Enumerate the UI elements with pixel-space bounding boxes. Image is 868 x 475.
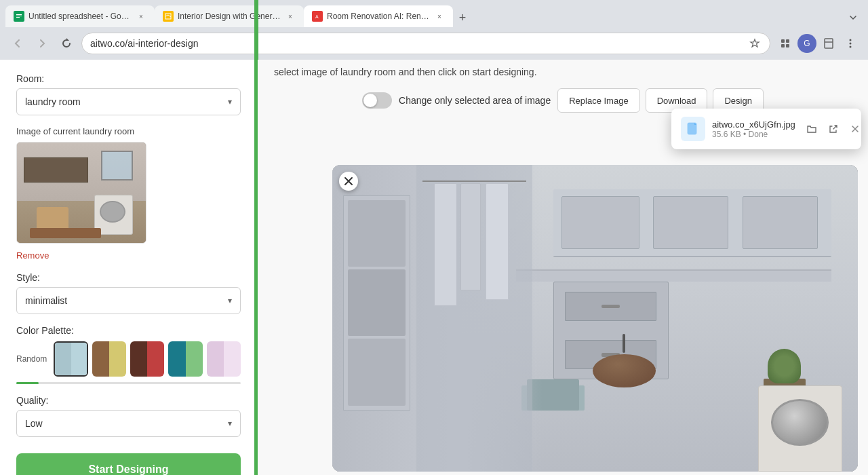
extensions-button[interactable] <box>776 34 795 53</box>
random-label: Random <box>16 354 47 364</box>
forward-button[interactable] <box>33 34 52 53</box>
color-palette-label: Color Palette: <box>16 325 241 336</box>
color-palette-section: Color Palette: Random <box>16 325 241 384</box>
download-notif-close-button[interactable] <box>846 119 865 138</box>
tab-sheets[interactable]: Untitled spreadsheet - Goo... × <box>5 5 155 27</box>
reload-button[interactable] <box>57 34 76 53</box>
replace-image-button[interactable]: Replace Image <box>557 88 639 113</box>
back-button[interactable] <box>8 34 27 53</box>
tab-aitwo-close[interactable]: × <box>434 11 445 22</box>
palette-item-1[interactable] <box>92 341 126 377</box>
menu-button[interactable] <box>841 34 860 53</box>
tab-interior-title: Interior Design with Generati... <box>178 12 281 21</box>
remove-image-button[interactable]: Remove <box>16 250 49 261</box>
download-folder-button[interactable] <box>802 119 821 138</box>
address-bar-icons <box>748 37 762 50</box>
download-notification: aitwo.co_x6UjGfn.jpg 35.6 KB • Done <box>671 109 861 149</box>
style-label: Style: <box>16 272 241 283</box>
svg-rect-2 <box>16 16 22 16</box>
download-file-icon <box>681 117 705 141</box>
quality-section: Quality: Low ▾ <box>16 395 241 437</box>
palette-row: Random <box>16 341 241 377</box>
room-dropdown-arrow: ▾ <box>228 97 232 107</box>
svg-point-14 <box>850 39 852 41</box>
download-open-button[interactable] <box>824 119 843 138</box>
palette-item-0[interactable] <box>54 341 87 377</box>
toggle-row: Change only selected area of image <box>362 92 551 109</box>
style-section: Style: minimalist ▾ <box>16 272 241 314</box>
browser-chrome: Untitled spreadsheet - Goo... × Interior… <box>0 0 868 60</box>
interior-favicon <box>163 11 174 22</box>
sheets-favicon <box>14 11 24 22</box>
close-overlay-button[interactable] <box>339 172 358 191</box>
image-preview <box>16 142 146 244</box>
toggle-knob <box>363 94 377 107</box>
tab-overflow-button[interactable] <box>844 8 863 27</box>
address-bar-row: aitwo.co/ai-interior-design G <box>0 27 868 60</box>
svg-rect-9 <box>781 39 785 43</box>
style-dropdown[interactable]: minimalist ▾ <box>16 287 241 314</box>
new-tab-button[interactable]: + <box>453 8 472 27</box>
room-dropdown[interactable]: laundry room ▾ <box>16 88 241 115</box>
svg-rect-11 <box>781 44 785 48</box>
aitwo-favicon: A <box>312 11 323 22</box>
tab-interior-close[interactable]: × <box>285 11 296 22</box>
toggle-label: Change only selected area of image <box>399 95 551 106</box>
svg-point-16 <box>850 46 852 48</box>
download-filename: aitwo.co_x6UjGfn.jpg <box>712 119 795 130</box>
redesigned-image <box>332 165 858 472</box>
svg-rect-13 <box>825 39 833 48</box>
tab-interior[interactable]: Interior Design with Generati... × <box>155 5 304 27</box>
quality-dropdown[interactable]: Low ▾ <box>16 410 241 437</box>
tab-sheets-close[interactable]: × <box>136 11 146 22</box>
tab-aitwo[interactable]: A Room Renovation AI: Renova... × <box>304 5 453 27</box>
main-content: select image of laundry room and then cl… <box>258 60 868 475</box>
download-separator: • <box>743 130 749 139</box>
quality-label: Quality: <box>16 395 241 406</box>
image-overlay <box>332 165 858 472</box>
svg-text:A: A <box>315 14 319 19</box>
room-dropdown-value: laundry room <box>25 96 81 107</box>
address-bar[interactable]: aitwo.co/ai-interior-design <box>81 33 770 54</box>
palette-item-3[interactable] <box>168 341 202 377</box>
hint-text: select image of laundry room and then cl… <box>258 60 868 88</box>
svg-rect-10 <box>786 39 789 43</box>
download-status: 35.6 KB • Done <box>712 130 795 139</box>
svg-rect-12 <box>786 44 789 48</box>
profile-avatar[interactable]: G <box>797 34 816 53</box>
room-label: Room: <box>16 73 241 84</box>
tab-aitwo-title: Room Renovation AI: Renova... <box>327 12 430 21</box>
download-notif-actions <box>802 119 865 138</box>
style-dropdown-value: minimalist <box>25 295 67 306</box>
quality-dropdown-value: Low <box>25 418 43 429</box>
sidebar: Room: laundry room ▾ Image of current la… <box>0 60 258 475</box>
svg-marker-8 <box>66 38 69 41</box>
download-done: Done <box>749 130 768 139</box>
svg-rect-3 <box>16 17 20 18</box>
palette-item-4[interactable] <box>207 341 241 377</box>
star-icon[interactable] <box>748 37 762 50</box>
style-dropdown-arrow: ▾ <box>228 296 232 305</box>
browser-icons: G <box>776 34 860 53</box>
svg-point-15 <box>850 43 852 45</box>
tab-bar: Untitled spreadsheet - Goo... × Interior… <box>0 0 868 27</box>
start-designing-button[interactable]: Start Designing <box>16 453 241 475</box>
quality-dropdown-arrow: ▾ <box>228 419 232 428</box>
bookmark-button[interactable] <box>819 34 838 53</box>
tab-sheets-title: Untitled spreadsheet - Goo... <box>28 12 132 21</box>
area-toggle[interactable] <box>362 92 392 109</box>
address-url: aitwo.co/ai-interior-design <box>90 38 748 49</box>
palette-slider[interactable] <box>16 382 241 384</box>
app-body: Room: laundry room ▾ Image of current la… <box>0 60 868 475</box>
download-info: aitwo.co_x6UjGfn.jpg 35.6 KB • Done <box>712 119 795 139</box>
svg-rect-1 <box>16 14 22 15</box>
palette-item-2[interactable] <box>130 341 164 377</box>
download-size: 35.6 KB <box>712 130 741 139</box>
image-section-label: Image of current laundry room <box>16 126 241 136</box>
